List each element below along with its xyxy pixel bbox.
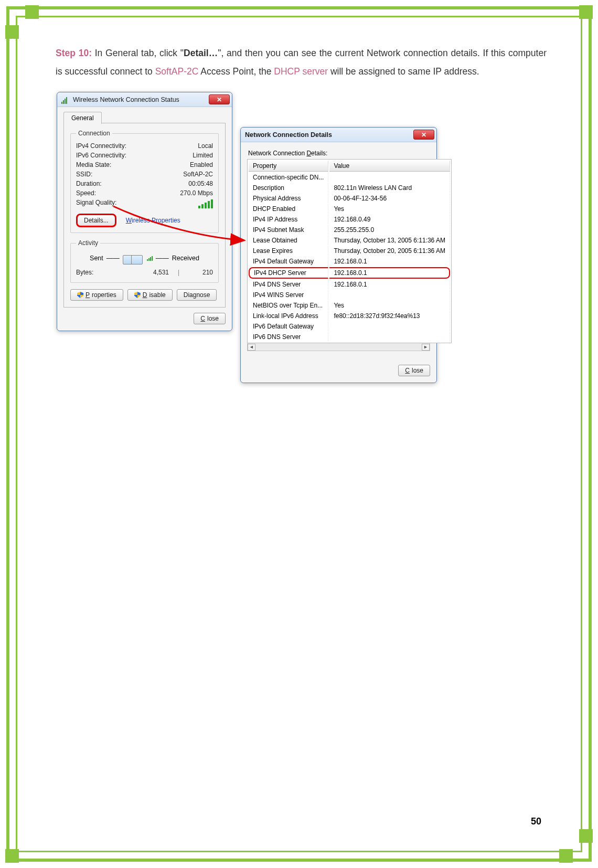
table-row[interactable]: Connection-specific DN... [249,173,450,182]
prop-name: IPv4 IP Address [249,215,328,224]
table-row[interactable]: IPv6 Default Gateway [249,322,450,331]
scroll-left-icon[interactable]: ◄ [248,344,255,351]
tab-general[interactable]: General [63,112,102,124]
table-row[interactable]: IPv4 IP Address192.168.0.49 [249,215,450,224]
prop-value: 192.168.0.1 [329,257,450,266]
prop-name: Lease Expires [249,246,328,256]
table-row[interactable]: DHCP EnabledYes [249,204,450,214]
details-table: Property Value Connection-specific DN...… [247,159,452,343]
prop-value: Yes [329,204,450,214]
signal-quality-label: Signal Quality: [76,199,144,208]
step-label: Step 10: [56,48,92,58]
prop-name: IPv4 WINS Server [249,290,328,300]
details-sublabel: Network Connection Details: [248,150,430,157]
conn-key: SSID: [76,171,144,178]
col-value[interactable]: Value [329,161,450,172]
prop-name: IPv6 DNS Server [249,332,328,342]
shield-icon [77,292,83,298]
activity-legend: Activity [76,239,100,247]
conn-key: Media State: [76,161,144,168]
prop-name: Physical Address [249,194,328,203]
close-button[interactable]: Close [398,365,430,376]
bytes-sent: 4,531 [144,269,178,276]
table-row[interactable]: IPv4 DNS Server192.168.0.1 [249,280,450,289]
properties-button[interactable]: Properties [70,289,123,301]
status-title: Wireless Network Connection Status [73,96,209,103]
conn-value: Enabled [190,161,213,168]
monitors-icon [123,252,143,264]
details-button[interactable]: Details... [76,214,116,227]
table-row[interactable]: Lease ObtainedThursday, October 13, 2005… [249,236,450,245]
prop-value [329,173,450,182]
connection-group: Connection IPv4 Connectivity:LocalIPv6 C… [70,130,219,233]
corner-accent [5,25,19,39]
col-property[interactable]: Property [249,161,328,172]
prop-value: 192.168.0.1 [329,267,450,279]
table-row[interactable]: IPv4 DHCP Server192.168.0.1 [249,267,450,279]
table-row[interactable]: Physical Address00-06-4F-12-34-56 [249,194,450,203]
details-window: Network Connection Details ✕ Network Con… [240,127,437,383]
prop-name: Description [249,183,328,193]
prop-value [329,322,450,331]
prop-name: IPv6 Default Gateway [249,322,328,331]
close-button[interactable]: Close [194,313,226,324]
prop-value: 255.255.255.0 [329,225,450,235]
signal-icon [61,96,70,104]
conn-value: Limited [193,152,213,159]
conn-key: IPv6 Connectivity: [76,152,144,159]
details-button-label: Details... [84,217,109,224]
prop-name: Connection-specific DN... [249,173,328,182]
bytes-label: Bytes: [76,269,144,276]
prop-name: IPv4 DHCP Server [249,267,328,279]
connection-legend: Connection [76,130,112,137]
corner-accent [579,5,593,19]
prop-value [329,332,450,342]
prop-value [329,290,450,300]
bytes-received: 210 [179,269,213,276]
conn-key: Speed: [76,189,144,197]
prop-value: Thursday, October 20, 2005 6:11:36 AM [329,246,450,256]
instruction-part: In General tab, click " [92,48,184,58]
received-label: Received [172,255,199,262]
prop-value: 802.11n Wireless LAN Card [329,183,450,193]
prop-name: Link-local IPv6 Address [249,311,328,321]
dhcp-word: DHCP server [274,66,328,77]
close-icon[interactable]: ✕ [413,130,434,140]
table-row[interactable]: IPv4 Subnet Mask255.255.255.0 [249,225,450,235]
table-row[interactable]: NetBIOS over Tcpip En...Yes [249,301,450,310]
prop-name: DHCP Enabled [249,204,328,214]
corner-accent [25,5,39,19]
close-icon[interactable]: ✕ [209,94,230,104]
prop-name: IPv4 Subnet Mask [249,225,328,235]
scroll-right-icon[interactable]: ► [422,344,430,351]
corner-accent [559,849,573,863]
prop-value: 192.168.0.1 [329,280,450,289]
conn-key: IPv4 Connectivity: [76,142,144,150]
status-titlebar[interactable]: Wireless Network Connection Status ✕ [57,92,232,107]
details-title: Network Connection Details [245,131,413,139]
page-number: 50 [531,816,541,827]
prop-name: Lease Obtained [249,236,328,245]
diagnose-button-label: Diagnose [184,291,210,299]
status-window: Wireless Network Connection Status ✕ Gen… [57,92,232,331]
conn-value: Local [198,142,213,150]
table-row[interactable]: IPv6 DNS Server [249,332,450,342]
instruction-text: Step 10: In General tab, click "Detail…"… [56,44,547,81]
instruction-part: will be assigned to same IP address. [328,66,479,77]
diagnose-button[interactable]: Diagnose [177,289,217,301]
corner-accent [5,849,19,863]
disable-button[interactable]: Disable [127,289,173,301]
table-row[interactable]: Lease ExpiresThursday, October 20, 2005 … [249,246,450,256]
table-row[interactable]: IPv4 WINS Server [249,290,450,300]
table-row[interactable]: IPv4 Default Gateway192.168.0.1 [249,257,450,266]
wireless-properties-link[interactable]: Wireless Properties [126,217,180,224]
table-row[interactable]: Description802.11n Wireless LAN Card [249,183,450,193]
details-titlebar[interactable]: Network Connection Details ✕ [241,128,436,142]
horizontal-scrollbar[interactable]: ◄ ► [247,343,430,351]
prop-name: NetBIOS over Tcpip En... [249,301,328,310]
prop-name: IPv4 Default Gateway [249,257,328,266]
table-row[interactable]: Link-local IPv6 Addressfe80::2d18:327d:9… [249,311,450,321]
softap-word: SoftAP-2C [155,66,199,77]
mini-signal-icon [147,256,153,261]
conn-value: 00:05:48 [188,180,213,187]
